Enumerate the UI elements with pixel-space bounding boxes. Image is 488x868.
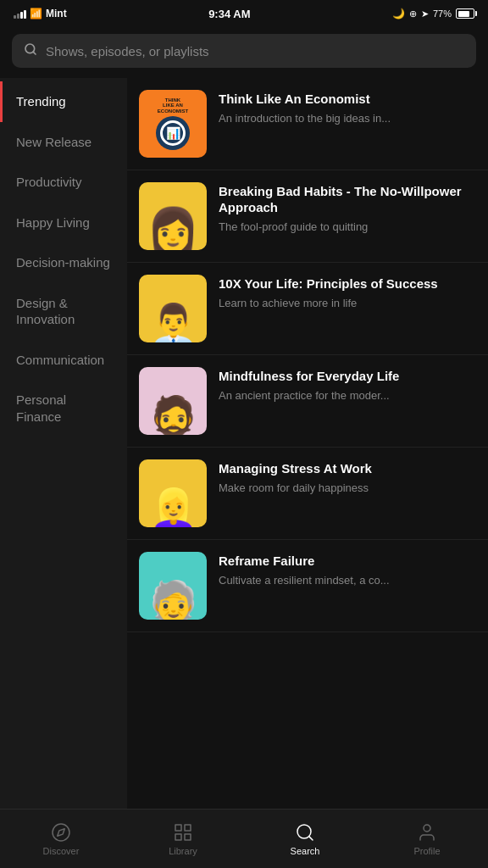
battery-percent: 77% — [433, 8, 452, 19]
svg-rect-4 — [175, 825, 181, 831]
status-left: 📶 Mint — [14, 8, 67, 19]
podcast-info: 10X Your Life: Principles of Success Lea… — [219, 275, 476, 311]
sidebar-item-productivity[interactable]: Productivity — [0, 162, 127, 203]
list-item[interactable]: Breaking Bad Habits - The No-Willpower A… — [127, 170, 488, 263]
discover-icon — [51, 822, 71, 843]
status-bar: 📶 Mint 9:34 AM 🌙 ⊕ ➤ 77% — [0, 0, 488, 25]
battery-icon — [456, 8, 474, 19]
location-icon: ⊕ — [409, 8, 417, 19]
list-item[interactable]: Mindfulness for Everyday Life An ancient… — [127, 355, 488, 448]
sidebar-item-design-innovation[interactable]: Design & Innovation — [0, 283, 127, 340]
podcast-cover: THINKLIKE ANECONOMIST 📊 — [139, 90, 207, 158]
battery-fill — [458, 11, 469, 17]
svg-rect-5 — [185, 825, 191, 831]
list-item[interactable]: Reframe Failure Cultivate a resilient mi… — [127, 540, 488, 632]
signal-bars — [14, 8, 26, 19]
nav-label-library: Library — [169, 846, 197, 856]
podcast-list: THINKLIKE ANECONOMIST 📊 Think Like An Ec… — [127, 78, 488, 826]
sidebar-item-decision-making[interactable]: Decision-making — [0, 242, 127, 283]
nav-item-discover[interactable]: Discover — [0, 815, 122, 863]
podcast-description: Make room for daily happiness — [219, 481, 476, 496]
status-right: 🌙 ⊕ ➤ 77% — [392, 8, 474, 19]
podcast-info: Breaking Bad Habits - The No-Willpower A… — [219, 182, 476, 234]
svg-line-9 — [309, 836, 313, 839]
podcast-description: Learn to achieve more in life — [219, 297, 476, 311]
svg-rect-6 — [185, 834, 191, 840]
sidebar-item-trending[interactable]: Trending — [0, 81, 127, 122]
sidebar: Trending New Release Productivity Happy … — [0, 78, 127, 826]
library-icon — [173, 822, 193, 843]
sidebar-item-personal-finance[interactable]: Personal Finance — [0, 380, 127, 437]
moon-icon: 🌙 — [392, 8, 405, 19]
search-placeholder: Shows, episodes, or playlists — [46, 44, 464, 58]
nav-label-profile: Profile — [413, 846, 440, 856]
battery-container — [456, 8, 474, 19]
profile-icon — [417, 822, 437, 843]
svg-rect-7 — [175, 834, 181, 840]
podcast-cover — [139, 182, 207, 250]
sidebar-item-happy-living[interactable]: Happy Living — [0, 203, 127, 243]
podcast-cover — [139, 552, 207, 620]
podcast-description: An introduction to the big ideas in... — [219, 112, 476, 126]
bottom-nav: Discover Library Search Profile — [0, 809, 488, 868]
podcast-description: The fool-proof guide to quitting — [219, 220, 476, 235]
status-time: 9:34 AM — [208, 8, 250, 20]
podcast-title: Breaking Bad Habits - The No-Willpower A… — [219, 184, 476, 216]
search-nav-icon — [295, 822, 315, 843]
podcast-info: Think Like An Economist An introduction … — [219, 90, 476, 126]
list-item[interactable]: Managing Stress At Work Make room for da… — [127, 448, 488, 540]
list-item[interactable]: 10X Your Life: Principles of Success Lea… — [127, 263, 488, 355]
podcast-title: Mindfulness for Everyday Life — [219, 369, 476, 385]
wifi-icon: 📶 — [30, 8, 42, 19]
podcast-info: Reframe Failure Cultivate a resilient mi… — [219, 552, 476, 588]
podcast-cover — [139, 459, 207, 527]
nav-item-library[interactable]: Library — [122, 815, 244, 863]
sidebar-item-communication[interactable]: Communication — [0, 340, 127, 381]
podcast-cover — [139, 367, 207, 435]
main-content: Trending New Release Productivity Happy … — [0, 78, 488, 826]
podcast-description: Cultivate a resilient mindset, a co... — [219, 574, 476, 588]
list-item[interactable]: THINKLIKE ANECONOMIST 📊 Think Like An Ec… — [127, 78, 488, 170]
podcast-cover — [139, 275, 207, 342]
nav-item-profile[interactable]: Profile — [366, 815, 488, 863]
nav-label-discover: Discover — [43, 846, 80, 856]
podcast-description: An ancient practice for the moder... — [219, 389, 476, 403]
carrier-label: Mint — [46, 8, 67, 19]
podcast-title: Managing Stress At Work — [219, 461, 476, 477]
podcast-info: Mindfulness for Everyday Life An ancient… — [219, 367, 476, 403]
nav-item-search[interactable]: Search — [244, 815, 366, 863]
svg-marker-3 — [58, 828, 64, 835]
podcast-title: Think Like An Economist — [219, 92, 476, 108]
search-icon — [24, 42, 37, 59]
svg-point-10 — [424, 825, 430, 832]
nav-label-search: Search — [291, 846, 320, 856]
sidebar-item-new-release[interactable]: New Release — [0, 122, 127, 163]
svg-line-1 — [33, 52, 36, 54]
podcast-title: 10X Your Life: Principles of Success — [219, 276, 476, 292]
svg-point-2 — [53, 824, 69, 841]
compass-icon: ➤ — [421, 8, 429, 19]
podcast-title: Reframe Failure — [219, 554, 476, 570]
search-bar[interactable]: Shows, episodes, or playlists — [12, 34, 476, 68]
podcast-info: Managing Stress At Work Make room for da… — [219, 459, 476, 496]
